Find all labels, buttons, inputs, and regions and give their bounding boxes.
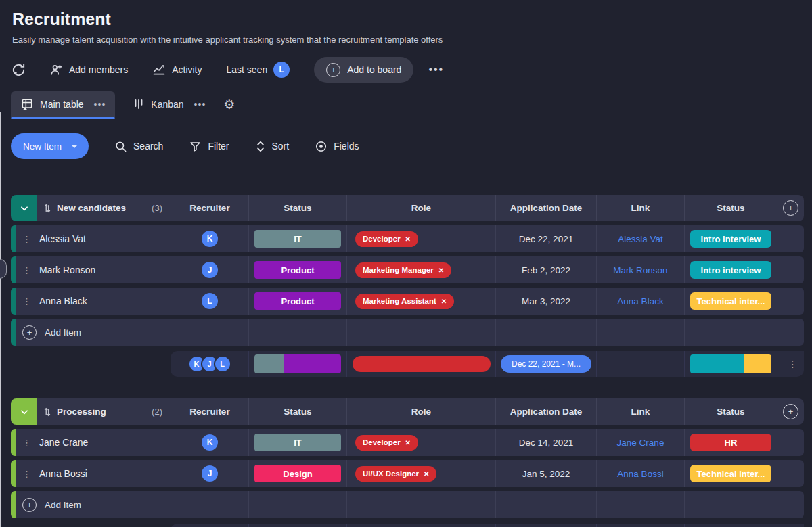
date-range-badge[interactable]: Dec 22, 2021 - M... — [501, 355, 591, 373]
item-name[interactable]: Anna Bossi — [39, 468, 87, 479]
role-cell[interactable]: UI/UX Designer✕ — [346, 460, 495, 487]
row-menu-icon[interactable]: ⋮ — [22, 235, 28, 243]
filter-button[interactable]: Filter — [189, 140, 229, 153]
integrations-sync-icon[interactable] — [11, 62, 26, 78]
add-column-button[interactable]: + — [777, 195, 804, 221]
role-cell[interactable]: Developer✕ — [346, 225, 495, 252]
date-cell[interactable]: Dec 14, 2021 — [495, 429, 596, 456]
tab-kanban-more[interactable]: ••• — [194, 99, 206, 110]
group-collapse-button[interactable] — [11, 195, 37, 221]
tab-main-table-more[interactable]: ••• — [94, 99, 106, 110]
chevron-down-icon[interactable] — [71, 145, 78, 148]
item-link[interactable]: Jane Crane — [617, 438, 664, 448]
remove-icon[interactable]: ✕ — [424, 470, 429, 478]
role-cell[interactable]: Marketing Manager✕ — [346, 256, 495, 283]
date-cell[interactable]: Feb 2, 2022 — [495, 256, 596, 283]
stage-cell[interactable]: HR — [684, 429, 777, 456]
column-header-recruiter[interactable]: Recruiter — [171, 398, 248, 425]
remove-icon[interactable]: ✕ — [405, 235, 411, 243]
status-cell[interactable]: IT — [248, 429, 346, 456]
stage-cell[interactable]: Technical inter... — [684, 460, 777, 487]
column-header-status-2[interactable]: Status — [684, 195, 777, 221]
column-header-role[interactable]: Role — [346, 195, 495, 221]
table-row: ⋮Alessia Vat K IT Developer✕ Dec 22, 202… — [11, 225, 804, 252]
link-cell[interactable]: Alessia Vat — [596, 225, 684, 252]
row-menu-icon[interactable]: ⋮ — [22, 470, 28, 478]
item-link[interactable]: Mark Ronson — [613, 265, 667, 275]
summary-more[interactable]: ⋮ — [777, 524, 804, 527]
fields-button[interactable]: Fields — [315, 140, 359, 153]
add-column-button[interactable]: + — [777, 398, 804, 425]
remove-icon[interactable]: ✕ — [441, 298, 447, 305]
summary-more[interactable]: ⋮ — [777, 351, 804, 377]
search-button[interactable]: Search — [114, 140, 163, 153]
item-name[interactable]: Alessia Vat — [39, 233, 86, 244]
recruiter-cell[interactable]: K — [171, 225, 248, 252]
row-menu-icon[interactable]: ⋮ — [22, 267, 28, 274]
row-menu-icon[interactable]: ⋮ — [22, 298, 28, 305]
add-members-button[interactable]: Add members — [49, 63, 128, 76]
item-link[interactable]: Alessia Vat — [618, 234, 663, 244]
status-cell[interactable]: Product — [248, 256, 346, 283]
status-pill: Product — [254, 261, 341, 279]
add-item-row[interactable]: +Add Item — [11, 319, 804, 346]
status-cell[interactable]: IT — [248, 225, 346, 252]
recruiter-cell[interactable]: L — [171, 288, 248, 315]
column-header-link[interactable]: Link — [596, 195, 684, 221]
tab-kanban[interactable]: Kanban ••• — [133, 98, 206, 110]
remove-icon[interactable]: ✕ — [405, 439, 411, 446]
item-name[interactable]: Mark Ronson — [39, 265, 95, 275]
status-pill: IT — [254, 230, 341, 248]
item-name[interactable]: Anna Black — [39, 296, 87, 306]
status-cell[interactable]: Product — [248, 288, 346, 315]
add-item-label: Add Item — [45, 327, 81, 338]
item-link[interactable]: Anna Black — [617, 296, 663, 306]
column-header-application-date[interactable]: Application Date — [495, 195, 596, 221]
summary-status-bar — [248, 351, 346, 377]
date-cell[interactable]: Jan 5, 2022 — [495, 460, 596, 487]
date-cell[interactable]: Mar 3, 2022 — [495, 288, 596, 315]
link-cell[interactable]: Jane Crane — [596, 429, 684, 456]
link-cell[interactable]: Anna Black — [596, 288, 684, 315]
tab-main-table[interactable]: Main table ••• — [11, 91, 115, 117]
remove-icon[interactable]: ✕ — [438, 267, 444, 274]
new-item-button[interactable]: New Item — [11, 133, 89, 159]
last-seen[interactable]: Last seen L — [227, 62, 290, 78]
group-title[interactable]: New candidates — [57, 203, 126, 213]
drag-handle-icon[interactable] — [44, 204, 51, 213]
column-header-status[interactable]: Status — [248, 398, 346, 425]
item-link[interactable]: Anna Bossi — [617, 469, 663, 479]
stage-cell[interactable]: Intro interview — [684, 256, 777, 283]
recruiter-cell[interactable]: J — [171, 256, 248, 283]
role-cell[interactable]: Developer✕ — [346, 429, 495, 456]
column-header-status-2[interactable]: Status — [684, 398, 777, 425]
column-header-application-date[interactable]: Application Date — [495, 398, 596, 425]
drag-handle-icon[interactable] — [44, 407, 51, 417]
item-name[interactable]: Jane Crane — [39, 437, 88, 448]
toolbar-more-button[interactable]: ••• — [428, 64, 444, 76]
link-cell[interactable]: Anna Bossi — [596, 460, 684, 487]
date-cell[interactable]: Dec 22, 2021 — [495, 225, 596, 252]
recruiter-cell[interactable]: K — [171, 429, 248, 456]
column-header-link[interactable]: Link — [596, 398, 684, 425]
column-header-status[interactable]: Status — [248, 195, 346, 221]
add-item-row[interactable]: +Add Item — [11, 491, 804, 518]
summary-recruiters: KJ — [171, 524, 248, 527]
stage-cell[interactable]: Technical inter... — [684, 288, 777, 315]
role-cell[interactable]: Marketing Assistant✕ — [346, 288, 495, 315]
group-title[interactable]: Processing — [57, 407, 106, 417]
summary-recruiters: KJL — [171, 351, 248, 377]
group-collapse-button[interactable] — [11, 398, 37, 425]
recruiter-cell[interactable]: J — [171, 460, 248, 487]
activity-button[interactable]: Activity — [152, 63, 202, 76]
column-header-recruiter[interactable]: Recruiter — [171, 195, 248, 221]
status-cell[interactable]: Design — [248, 460, 346, 487]
board-settings-gear-icon[interactable]: ⚙ — [223, 97, 235, 112]
link-cell[interactable]: Mark Ronson — [596, 256, 684, 283]
last-seen-avatar[interactable]: L — [273, 62, 290, 78]
column-header-role[interactable]: Role — [346, 398, 495, 425]
stage-cell[interactable]: Intro interview — [684, 225, 777, 252]
add-to-board-button[interactable]: + Add to board — [314, 57, 413, 83]
sort-button[interactable]: Sort — [255, 140, 290, 153]
row-menu-icon[interactable]: ⋮ — [22, 439, 28, 446]
